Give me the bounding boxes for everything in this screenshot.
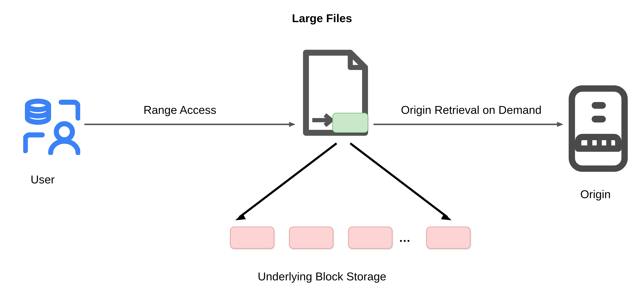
range-access-label: Range Access bbox=[144, 103, 216, 116]
svg-line-14 bbox=[240, 143, 336, 217]
breakdown-arrow-right bbox=[342, 141, 456, 226]
origin-retrieval-arrow bbox=[374, 120, 564, 129]
svg-marker-13 bbox=[557, 122, 564, 127]
large-files-title: Large Files bbox=[292, 11, 352, 25]
svg-rect-3 bbox=[572, 88, 624, 169]
range-access-arrow bbox=[84, 120, 296, 129]
svg-point-0 bbox=[28, 101, 48, 110]
file-range-block bbox=[332, 113, 368, 133]
storage-block bbox=[426, 227, 470, 249]
svg-line-16 bbox=[350, 143, 447, 217]
storage-block bbox=[348, 227, 392, 249]
breakdown-arrow-left bbox=[231, 141, 345, 226]
architecture-diagram: Large Files User bbox=[0, 0, 644, 293]
svg-marker-11 bbox=[289, 122, 296, 127]
ellipsis: … bbox=[399, 231, 410, 245]
storage-block bbox=[230, 227, 274, 249]
origin-label: Origin bbox=[580, 188, 611, 201]
underlying-storage-title: Underlying Block Storage bbox=[258, 270, 386, 283]
svg-point-1 bbox=[56, 124, 72, 140]
origin-server-icon bbox=[568, 84, 629, 173]
origin-retrieval-label: Origin Retrieval on Demand bbox=[401, 103, 542, 116]
user-label: User bbox=[30, 173, 55, 186]
user-icon bbox=[23, 98, 80, 155]
storage-block bbox=[289, 227, 334, 249]
